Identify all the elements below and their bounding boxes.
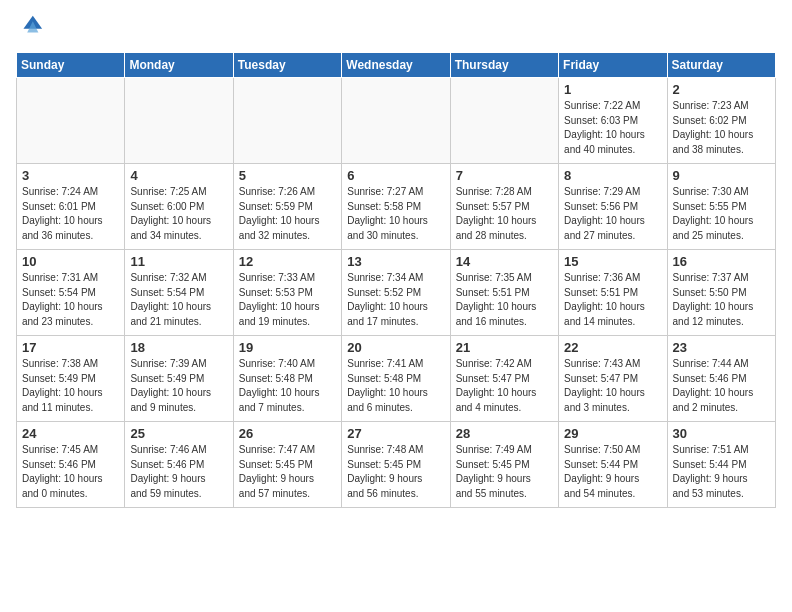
calendar-cell: 18Sunrise: 7:39 AM Sunset: 5:49 PM Dayli… (125, 336, 233, 422)
calendar-cell: 21Sunrise: 7:42 AM Sunset: 5:47 PM Dayli… (450, 336, 558, 422)
calendar-cell (125, 78, 233, 164)
day-info: Sunrise: 7:34 AM Sunset: 5:52 PM Dayligh… (347, 271, 444, 329)
day-number: 19 (239, 340, 336, 355)
calendar-cell: 23Sunrise: 7:44 AM Sunset: 5:46 PM Dayli… (667, 336, 775, 422)
calendar-cell: 8Sunrise: 7:29 AM Sunset: 5:56 PM Daylig… (559, 164, 667, 250)
day-info: Sunrise: 7:48 AM Sunset: 5:45 PM Dayligh… (347, 443, 444, 501)
calendar-week-row: 1Sunrise: 7:22 AM Sunset: 6:03 PM Daylig… (17, 78, 776, 164)
day-number: 5 (239, 168, 336, 183)
page: SundayMondayTuesdayWednesdayThursdayFrid… (0, 0, 792, 516)
calendar-day-header: Sunday (17, 53, 125, 78)
day-info: Sunrise: 7:32 AM Sunset: 5:54 PM Dayligh… (130, 271, 227, 329)
calendar-cell: 26Sunrise: 7:47 AM Sunset: 5:45 PM Dayli… (233, 422, 341, 508)
day-info: Sunrise: 7:33 AM Sunset: 5:53 PM Dayligh… (239, 271, 336, 329)
day-number: 27 (347, 426, 444, 441)
day-info: Sunrise: 7:44 AM Sunset: 5:46 PM Dayligh… (673, 357, 770, 415)
calendar-cell: 2Sunrise: 7:23 AM Sunset: 6:02 PM Daylig… (667, 78, 775, 164)
calendar-cell (17, 78, 125, 164)
day-info: Sunrise: 7:42 AM Sunset: 5:47 PM Dayligh… (456, 357, 553, 415)
calendar-cell: 4Sunrise: 7:25 AM Sunset: 6:00 PM Daylig… (125, 164, 233, 250)
calendar-day-header: Thursday (450, 53, 558, 78)
calendar-table: SundayMondayTuesdayWednesdayThursdayFrid… (16, 52, 776, 508)
day-number: 15 (564, 254, 661, 269)
day-info: Sunrise: 7:24 AM Sunset: 6:01 PM Dayligh… (22, 185, 119, 243)
calendar-cell: 6Sunrise: 7:27 AM Sunset: 5:58 PM Daylig… (342, 164, 450, 250)
calendar-day-header: Tuesday (233, 53, 341, 78)
calendar-cell: 10Sunrise: 7:31 AM Sunset: 5:54 PM Dayli… (17, 250, 125, 336)
calendar-cell: 27Sunrise: 7:48 AM Sunset: 5:45 PM Dayli… (342, 422, 450, 508)
day-number: 1 (564, 82, 661, 97)
calendar-cell: 16Sunrise: 7:37 AM Sunset: 5:50 PM Dayli… (667, 250, 775, 336)
day-number: 30 (673, 426, 770, 441)
calendar-cell: 1Sunrise: 7:22 AM Sunset: 6:03 PM Daylig… (559, 78, 667, 164)
day-info: Sunrise: 7:47 AM Sunset: 5:45 PM Dayligh… (239, 443, 336, 501)
day-info: Sunrise: 7:25 AM Sunset: 6:00 PM Dayligh… (130, 185, 227, 243)
calendar-cell: 30Sunrise: 7:51 AM Sunset: 5:44 PM Dayli… (667, 422, 775, 508)
day-info: Sunrise: 7:46 AM Sunset: 5:46 PM Dayligh… (130, 443, 227, 501)
day-info: Sunrise: 7:43 AM Sunset: 5:47 PM Dayligh… (564, 357, 661, 415)
calendar-cell: 3Sunrise: 7:24 AM Sunset: 6:01 PM Daylig… (17, 164, 125, 250)
day-number: 11 (130, 254, 227, 269)
day-number: 16 (673, 254, 770, 269)
day-number: 26 (239, 426, 336, 441)
day-number: 4 (130, 168, 227, 183)
day-info: Sunrise: 7:39 AM Sunset: 5:49 PM Dayligh… (130, 357, 227, 415)
day-info: Sunrise: 7:28 AM Sunset: 5:57 PM Dayligh… (456, 185, 553, 243)
day-number: 8 (564, 168, 661, 183)
day-number: 28 (456, 426, 553, 441)
day-number: 23 (673, 340, 770, 355)
calendar-cell (342, 78, 450, 164)
calendar-cell: 17Sunrise: 7:38 AM Sunset: 5:49 PM Dayli… (17, 336, 125, 422)
day-number: 29 (564, 426, 661, 441)
day-info: Sunrise: 7:51 AM Sunset: 5:44 PM Dayligh… (673, 443, 770, 501)
calendar-cell: 25Sunrise: 7:46 AM Sunset: 5:46 PM Dayli… (125, 422, 233, 508)
calendar-cell: 28Sunrise: 7:49 AM Sunset: 5:45 PM Dayli… (450, 422, 558, 508)
calendar-week-row: 17Sunrise: 7:38 AM Sunset: 5:49 PM Dayli… (17, 336, 776, 422)
day-number: 6 (347, 168, 444, 183)
day-number: 7 (456, 168, 553, 183)
calendar-header-row: SundayMondayTuesdayWednesdayThursdayFrid… (17, 53, 776, 78)
calendar-week-row: 24Sunrise: 7:45 AM Sunset: 5:46 PM Dayli… (17, 422, 776, 508)
calendar-cell (450, 78, 558, 164)
calendar-day-header: Friday (559, 53, 667, 78)
day-info: Sunrise: 7:41 AM Sunset: 5:48 PM Dayligh… (347, 357, 444, 415)
day-number: 20 (347, 340, 444, 355)
day-number: 21 (456, 340, 553, 355)
day-info: Sunrise: 7:38 AM Sunset: 5:49 PM Dayligh… (22, 357, 119, 415)
day-info: Sunrise: 7:29 AM Sunset: 5:56 PM Dayligh… (564, 185, 661, 243)
day-info: Sunrise: 7:26 AM Sunset: 5:59 PM Dayligh… (239, 185, 336, 243)
day-number: 13 (347, 254, 444, 269)
calendar-cell: 14Sunrise: 7:35 AM Sunset: 5:51 PM Dayli… (450, 250, 558, 336)
calendar-cell: 13Sunrise: 7:34 AM Sunset: 5:52 PM Dayli… (342, 250, 450, 336)
logo-icon (16, 12, 44, 40)
calendar-cell: 19Sunrise: 7:40 AM Sunset: 5:48 PM Dayli… (233, 336, 341, 422)
calendar-cell: 15Sunrise: 7:36 AM Sunset: 5:51 PM Dayli… (559, 250, 667, 336)
calendar-day-header: Saturday (667, 53, 775, 78)
day-number: 22 (564, 340, 661, 355)
calendar-cell: 9Sunrise: 7:30 AM Sunset: 5:55 PM Daylig… (667, 164, 775, 250)
header (16, 16, 776, 40)
calendar-cell: 12Sunrise: 7:33 AM Sunset: 5:53 PM Dayli… (233, 250, 341, 336)
day-info: Sunrise: 7:49 AM Sunset: 5:45 PM Dayligh… (456, 443, 553, 501)
calendar-cell: 7Sunrise: 7:28 AM Sunset: 5:57 PM Daylig… (450, 164, 558, 250)
calendar-week-row: 3Sunrise: 7:24 AM Sunset: 6:01 PM Daylig… (17, 164, 776, 250)
day-number: 14 (456, 254, 553, 269)
day-number: 2 (673, 82, 770, 97)
calendar-cell: 24Sunrise: 7:45 AM Sunset: 5:46 PM Dayli… (17, 422, 125, 508)
day-info: Sunrise: 7:23 AM Sunset: 6:02 PM Dayligh… (673, 99, 770, 157)
day-number: 9 (673, 168, 770, 183)
day-number: 24 (22, 426, 119, 441)
logo (16, 16, 44, 40)
calendar-cell (233, 78, 341, 164)
calendar-cell: 20Sunrise: 7:41 AM Sunset: 5:48 PM Dayli… (342, 336, 450, 422)
day-info: Sunrise: 7:37 AM Sunset: 5:50 PM Dayligh… (673, 271, 770, 329)
day-number: 10 (22, 254, 119, 269)
calendar-week-row: 10Sunrise: 7:31 AM Sunset: 5:54 PM Dayli… (17, 250, 776, 336)
calendar-cell: 11Sunrise: 7:32 AM Sunset: 5:54 PM Dayli… (125, 250, 233, 336)
day-info: Sunrise: 7:22 AM Sunset: 6:03 PM Dayligh… (564, 99, 661, 157)
day-number: 12 (239, 254, 336, 269)
calendar-day-header: Monday (125, 53, 233, 78)
day-info: Sunrise: 7:40 AM Sunset: 5:48 PM Dayligh… (239, 357, 336, 415)
day-number: 18 (130, 340, 227, 355)
calendar-day-header: Wednesday (342, 53, 450, 78)
